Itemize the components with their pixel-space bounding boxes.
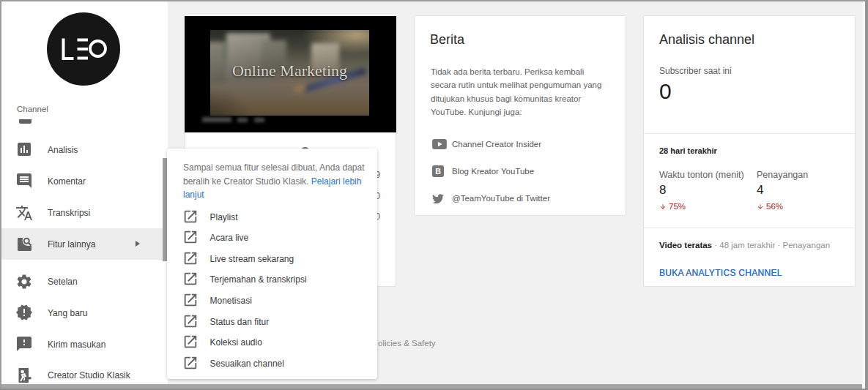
svg-text:B: B (435, 167, 441, 176)
